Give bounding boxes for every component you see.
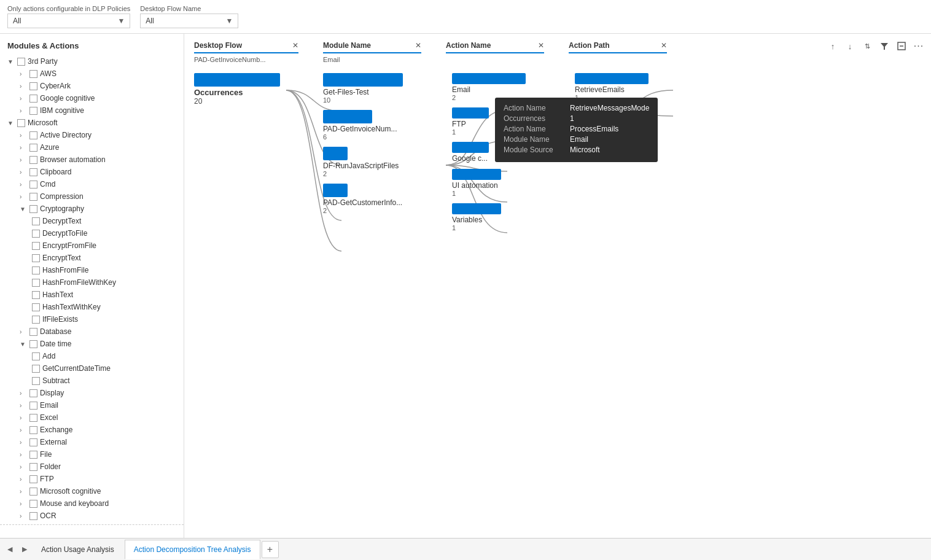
sidebar-item-active-directory[interactable]: › Active Directory [0, 129, 184, 141]
dlp-select[interactable]: All ▼ [7, 14, 130, 28]
database-checkbox[interactable] [29, 328, 37, 336]
display-checkbox[interactable] [29, 389, 37, 397]
sidebar-item-compression[interactable]: › Compression [0, 190, 184, 203]
ftp-checkbox[interactable] [29, 475, 37, 483]
browser-checkbox[interactable] [29, 156, 37, 164]
sidebar-item-hash-text-key[interactable]: HashTextWithKey [0, 301, 184, 313]
clipboard-checkbox[interactable] [29, 168, 37, 176]
google-cog-checkbox[interactable] [29, 95, 37, 103]
sidebar-item-cyberark[interactable]: › CyberArk [0, 80, 184, 92]
if-file-exists-checkbox[interactable] [32, 316, 40, 324]
crypto-checkbox[interactable] [29, 205, 37, 213]
export-button[interactable] [894, 39, 909, 53]
module-node-variables[interactable]: Variables 1 [452, 203, 550, 231]
encrypt-text-checkbox[interactable] [32, 254, 40, 262]
decrypt-text-checkbox[interactable] [32, 217, 40, 225]
flow-node-0[interactable]: Get-Files-Test 10 [323, 73, 427, 104]
filter-button[interactable] [877, 39, 892, 53]
occurrences-node[interactable]: Occurrences 20 [194, 73, 298, 106]
sidebar-item-encrypt-text[interactable]: EncryptText [0, 252, 184, 264]
sidebar-item-excel[interactable]: › Excel [0, 411, 184, 424]
more-button[interactable]: ··· [911, 39, 926, 53]
3rdparty-checkbox[interactable] [17, 58, 25, 66]
encrypt-from-file-checkbox[interactable] [32, 242, 40, 250]
get-datetime-checkbox[interactable] [32, 365, 40, 373]
split-button[interactable]: ⇅ [860, 39, 875, 53]
desktop-flow-close-button[interactable]: ✕ [292, 41, 298, 50]
hash-text-checkbox[interactable] [32, 291, 40, 299]
sidebar-item-if-file-exists[interactable]: IfFileExists [0, 313, 184, 325]
sidebar-item-ftp[interactable]: › FTP [0, 473, 184, 485]
sidebar-item-encrypt-from-file[interactable]: EncryptFromFile [0, 239, 184, 252]
email-checkbox[interactable] [29, 402, 37, 410]
sidebar-item-ocr[interactable]: › OCR [0, 510, 184, 522]
ad-checkbox[interactable] [29, 131, 37, 139]
sidebar-item-ibm[interactable]: › IBM cognitive [0, 104, 184, 117]
sidebar-item-hash-text[interactable]: HashText [0, 289, 184, 301]
aws-checkbox[interactable] [29, 70, 37, 78]
hash-from-file-checkbox[interactable] [32, 266, 40, 274]
sidebar-item-microsoft[interactable]: ▼ Microsoft [0, 117, 184, 129]
decrypt-file-checkbox[interactable] [32, 230, 40, 238]
sort-asc-button[interactable]: ↑ [825, 39, 840, 53]
sidebar-item-hash-from-file-key[interactable]: HashFromFileWithKey [0, 276, 184, 289]
hash-from-file-key-checkbox[interactable] [32, 279, 40, 287]
tab-prev-button[interactable]: ◀ [2, 542, 17, 557]
tab-action-decomposition[interactable]: Action Decomposition Tree Analysis [125, 540, 260, 559]
sidebar-item-file[interactable]: › File [0, 448, 184, 461]
flow-select[interactable]: All ▼ [140, 14, 238, 28]
sidebar-item-cmd[interactable]: › Cmd [0, 178, 184, 190]
ms-cog-checkbox[interactable] [29, 488, 37, 496]
sidebar-item-display[interactable]: › Display [0, 387, 184, 399]
mouse-keyboard-checkbox[interactable] [29, 500, 37, 508]
sidebar-item-google-cog[interactable]: › Google cognitive [0, 92, 184, 104]
ibm-checkbox[interactable] [29, 107, 37, 115]
excel-checkbox[interactable] [29, 414, 37, 422]
cmd-checkbox[interactable] [29, 181, 37, 189]
sidebar-item-azure[interactable]: › Azure [0, 141, 184, 154]
sidebar-item-folder[interactable]: › Folder [0, 461, 184, 473]
file-checkbox[interactable] [29, 451, 37, 459]
sidebar-item-mouse-keyboard[interactable]: › Mouse and keyboard [0, 497, 184, 510]
sidebar-item-add[interactable]: Add [0, 350, 184, 362]
tab-next-button[interactable]: ▶ [17, 542, 32, 557]
flow-node-3[interactable]: PAD-GetCustomerInfo... 2 [323, 184, 427, 214]
sidebar-item-browser-auto[interactable]: › Browser automation [0, 154, 184, 166]
external-checkbox[interactable] [29, 438, 37, 446]
sidebar-item-datetime[interactable]: ▼ Date time [0, 338, 184, 350]
sidebar-item-aws[interactable]: › AWS [0, 68, 184, 80]
sidebar-item-database[interactable]: › Database [0, 325, 184, 338]
tab-action-usage[interactable]: Action Usage Analysis [32, 540, 123, 559]
compression-checkbox[interactable] [29, 193, 37, 201]
subtract-checkbox[interactable] [32, 377, 40, 385]
sort-desc-button[interactable]: ↓ [843, 39, 857, 53]
flow-node-1[interactable]: PAD-GetInvoiceNum... 6 [323, 110, 427, 141]
sidebar-item-ms-cognitive[interactable]: › Microsoft cognitive [0, 485, 184, 497]
sidebar-item-hash-from-file[interactable]: HashFromFile [0, 264, 184, 276]
hash-text-key-checkbox[interactable] [32, 303, 40, 311]
sidebar-item-decrypt-text[interactable]: DecryptText [0, 215, 184, 227]
folder-checkbox[interactable] [29, 463, 37, 471]
add-checkbox[interactable] [32, 352, 40, 360]
sidebar-item-external[interactable]: › External [0, 436, 184, 448]
sidebar-item-3rdparty[interactable]: ▼ 3rd Party [0, 55, 184, 68]
sidebar-item-clipboard[interactable]: › Clipboard [0, 166, 184, 178]
ocr-checkbox[interactable] [29, 512, 37, 520]
module-name-close-button[interactable]: ✕ [415, 41, 421, 50]
module-node-ui-auto[interactable]: UI automation 1 [452, 169, 550, 197]
sidebar-item-subtract[interactable]: Subtract [0, 375, 184, 387]
action-path-close-button[interactable]: ✕ [661, 41, 667, 50]
sidebar-item-decrypt-file[interactable]: DecryptToFile [0, 227, 184, 239]
sidebar-item-exchange[interactable]: › Exchange [0, 424, 184, 436]
exchange-checkbox[interactable] [29, 426, 37, 434]
action-name-close-button[interactable]: ✕ [538, 41, 544, 50]
sidebar-item-email[interactable]: › Email [0, 399, 184, 411]
sidebar-item-get-current-datetime[interactable]: GetCurrentDateTime [0, 362, 184, 375]
datetime-checkbox[interactable] [29, 340, 37, 348]
microsoft-checkbox[interactable] [17, 119, 25, 127]
flow-node-2[interactable]: DF-RunJavaScriptFiles 2 [323, 147, 427, 177]
azure-checkbox[interactable] [29, 144, 37, 152]
tab-add-button[interactable]: + [262, 541, 279, 558]
cyberark-checkbox[interactable] [29, 82, 37, 90]
sidebar-item-cryptography[interactable]: ▼ Cryptography [0, 203, 184, 215]
